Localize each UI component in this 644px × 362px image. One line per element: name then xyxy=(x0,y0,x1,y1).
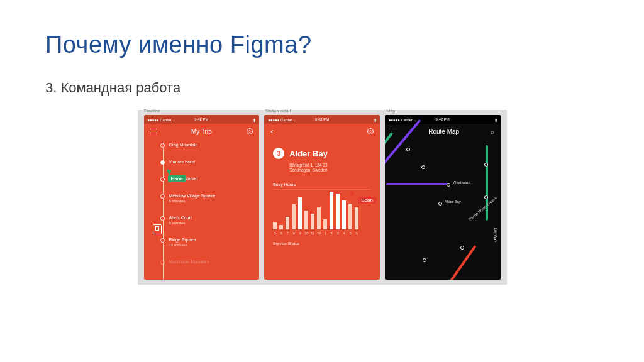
stop-dot-icon xyxy=(160,238,165,243)
stop-name: Mushroom Mountain xyxy=(169,260,260,264)
axis-tick: 12 xyxy=(317,231,321,235)
station-number: 3 xyxy=(273,148,284,159)
chart-bar xyxy=(323,219,327,229)
stop-subtitle: 8 minutes xyxy=(169,221,260,225)
status-time: 9:42 PM xyxy=(385,118,501,121)
chart-bar xyxy=(348,204,352,229)
axis-tick: 6 xyxy=(355,231,358,235)
mockup-timeline: ●●●●● Carrier ⌄ 9:42 PM ▮ My Trip Crag M… xyxy=(144,115,260,280)
axis-tick: 8 xyxy=(292,231,296,235)
stop-dot-icon xyxy=(160,143,165,148)
route-line-purple xyxy=(386,183,449,185)
status-time: 9:42 PM xyxy=(144,118,260,121)
axis-tick: 4 xyxy=(342,231,346,235)
chart-bar xyxy=(342,200,346,229)
stop-dot-icon xyxy=(160,260,165,265)
busy-hours-title: Busy Hours xyxy=(273,182,371,187)
timeline-stop[interactable]: Ridge Square12 minutes xyxy=(163,238,260,247)
mockup-route-map: ●●●●● Carrier ⌄ 9:42 PM ▮ Route Map ⌕ xyxy=(385,115,501,280)
chart-bar xyxy=(304,211,308,229)
timeline-stop[interactable]: Abe's Court8 minutes xyxy=(163,216,260,225)
figma-canvas: Timeline Station detail Map ●●●●● Carrie… xyxy=(138,110,507,285)
mockup-station-detail: ●●●●● Carrier ⌄ 9:42 PM ▮ 3 Alder Bay Bå… xyxy=(264,115,380,280)
settings-icon[interactable] xyxy=(247,128,253,134)
menu-icon[interactable] xyxy=(150,128,157,134)
axis-tick: 1 xyxy=(323,231,327,235)
stop-name: Meadow Village Square xyxy=(169,194,260,198)
collab-cursor-label: Hana xyxy=(168,175,186,182)
timeline-stop[interactable]: Crag Mountain xyxy=(163,143,260,147)
stop-name: Abe's Court xyxy=(169,216,260,220)
timeline-stop[interactable]: You are here! xyxy=(163,160,260,164)
slide-subtitle: 3. Командная работа xyxy=(45,80,599,96)
app-header: My Trip xyxy=(144,124,260,139)
axis-tick: 6 xyxy=(279,231,283,235)
axis-tick: 2 xyxy=(330,231,333,235)
route-map[interactable]: Westwood Alder Bay Peche Horse Square Li… xyxy=(385,139,501,280)
station-detail: 3 Alder Bay Bårlsgränd 1, 134 23 Sandhag… xyxy=(264,139,380,280)
stop-dot-icon xyxy=(160,177,165,182)
trip-timeline: Crag MountainYou are here!Iceland Market… xyxy=(144,139,260,280)
axis-tick: 5 xyxy=(348,231,352,235)
presentation-slide: Почему именно Figma? 3. Командная работа… xyxy=(0,0,644,362)
frame-label: Station detail xyxy=(265,109,291,113)
chart-bar xyxy=(355,207,358,229)
axis-tick: 3 xyxy=(336,231,340,235)
status-bar: ●●●●● Carrier ⌄ 9:42 PM ▮ xyxy=(144,115,260,124)
route-line-green xyxy=(486,145,488,221)
busy-hours-axis: 56789101112123456 xyxy=(273,231,371,235)
chart-bar xyxy=(292,204,296,229)
screen-title: Route Map xyxy=(428,128,459,135)
search-icon[interactable]: ⌕ xyxy=(491,128,494,135)
service-status-title: Service Status xyxy=(273,241,371,246)
route-line-red xyxy=(445,245,476,280)
map-node xyxy=(438,202,442,206)
route-line-red xyxy=(385,249,406,280)
status-bar: ●●●●● Carrier ⌄ 9:42 PM ▮ xyxy=(385,115,501,124)
screen-title: My Trip xyxy=(191,128,212,135)
chart-bar xyxy=(311,214,314,229)
frame-label: Map xyxy=(387,109,396,113)
map-label: Lily Way xyxy=(494,228,497,242)
stop-dot-icon xyxy=(160,194,165,199)
stop-dot-icon xyxy=(160,216,165,221)
map-node xyxy=(460,246,464,250)
chart-bar xyxy=(330,192,333,229)
chart-bar xyxy=(317,207,321,229)
chart-bar xyxy=(336,194,340,229)
axis-tick: 5 xyxy=(273,231,277,235)
map-node xyxy=(447,183,450,187)
map-node xyxy=(423,258,426,262)
stop-subtitle: 12 minutes xyxy=(169,243,260,247)
chart-bar xyxy=(298,197,302,229)
collab-cursor-label: Sean xyxy=(358,197,376,204)
map-node xyxy=(484,163,488,167)
map-node xyxy=(421,165,425,169)
map-label: Alder Bay xyxy=(445,200,461,204)
station-name: Alder Bay xyxy=(289,149,328,158)
map-node xyxy=(484,195,488,199)
stop-subtitle: 6 minutes xyxy=(169,199,260,203)
route-line-green xyxy=(385,132,394,217)
settings-icon[interactable] xyxy=(367,128,374,134)
status-time: 9:42 PM xyxy=(264,118,380,121)
stop-name: You are here! xyxy=(169,160,260,164)
back-icon[interactable] xyxy=(270,128,277,134)
app-header: Route Map ⌕ xyxy=(385,124,501,139)
chart-bar xyxy=(286,217,289,229)
station-address: Bårlsgränd 1, 134 23 Sandhagen, Sweden xyxy=(289,163,371,173)
timeline-stop[interactable]: Meadow Village Square6 minutes xyxy=(163,194,260,203)
chart-bar xyxy=(279,225,283,229)
timeline-stop[interactable]: Mushroom Mountain xyxy=(163,260,260,264)
slide-title: Почему именно Figma? xyxy=(45,31,599,58)
axis-tick: 11 xyxy=(311,231,314,235)
map-node xyxy=(406,148,410,151)
frame-label: Timeline xyxy=(144,109,160,113)
axis-tick: 9 xyxy=(298,231,302,235)
axis-tick: 10 xyxy=(304,231,308,235)
app-header xyxy=(264,124,380,139)
stop-name: Ridge Square xyxy=(169,238,260,242)
chart-bar xyxy=(273,222,277,229)
map-label: Peche Horse Square xyxy=(468,196,497,221)
stop-name: Crag Mountain xyxy=(169,143,260,147)
